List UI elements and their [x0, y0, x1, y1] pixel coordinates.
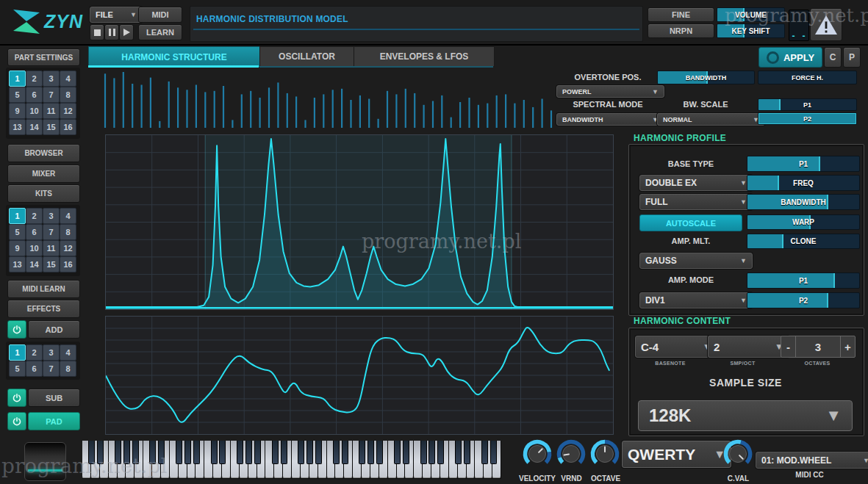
effects-button[interactable]: EFFECTS — [7, 300, 80, 318]
piano-key-black[interactable] — [298, 441, 304, 464]
grid-cell-7[interactable]: 7 — [43, 224, 60, 240]
sample-size-select[interactable]: 128K ▼ — [638, 400, 853, 431]
grid-cell-11[interactable]: 11 — [43, 240, 60, 256]
pad-enable-toggle[interactable] — [7, 412, 26, 430]
grid-cell-1[interactable]: 1 — [9, 344, 26, 361]
harmonic-profile-chart[interactable] — [105, 134, 614, 310]
smp-oct-select[interactable]: 2▼ — [708, 336, 789, 358]
piano-key-black[interactable] — [132, 441, 139, 464]
bw-scale-select[interactable]: NORMAL▼ — [657, 113, 765, 126]
tab-envelopes-lfos[interactable]: ENVELOPES & LFOS — [354, 46, 495, 67]
piano-key-black[interactable] — [149, 441, 156, 464]
part-settings-button[interactable]: PART SETTINGS — [7, 48, 80, 66]
autoscale-button[interactable]: AUTOSCALE — [639, 214, 742, 231]
volume-slider[interactable]: VOLUME — [717, 7, 785, 22]
piano-key-black[interactable] — [367, 441, 374, 464]
piano-key-black[interactable] — [272, 441, 279, 464]
grid-cell-12[interactable]: 12 — [60, 240, 76, 256]
copy-button[interactable]: C — [824, 47, 842, 68]
grid-cell-16[interactable]: 16 — [60, 256, 76, 272]
grid-cell-6[interactable]: 6 — [26, 87, 43, 103]
piano-key-black[interactable] — [281, 441, 287, 464]
grid-cell-4[interactable]: 4 — [60, 71, 76, 87]
octaves-plus-button[interactable]: + — [840, 336, 855, 357]
piano-key-black[interactable] — [237, 441, 243, 464]
grid-cell-5[interactable]: 5 — [9, 361, 26, 377]
fine-button[interactable]: FINE — [648, 7, 714, 22]
amp-p2-slider[interactable]: P2 — [747, 292, 860, 308]
grid-cell-9[interactable]: 9 — [9, 240, 26, 256]
midi-cc-select[interactable]: 01: MOD.WHEEL▼ — [756, 452, 868, 469]
grid-cell-5[interactable]: 5 — [9, 224, 26, 240]
overtone-p1-slider[interactable]: P1 — [758, 98, 857, 111]
grid-cell-6[interactable]: 6 — [26, 224, 43, 240]
grid-cell-13[interactable]: 13 — [9, 119, 26, 135]
grid-cell-8[interactable]: 8 — [60, 361, 76, 377]
overtone-p2-slider[interactable]: P2 — [758, 112, 857, 125]
amp-multiplier-select[interactable]: GAUSS▼ — [639, 253, 753, 269]
spectral-mode-select[interactable]: BANDWIDTH▼ — [556, 113, 664, 126]
grid-cell-9[interactable]: 9 — [9, 103, 26, 119]
grid-cell-12[interactable]: 12 — [60, 103, 76, 119]
key-shift-slider[interactable]: KEY SHIFT — [717, 24, 785, 38]
piano-key-black[interactable] — [254, 441, 261, 464]
piano-key-black[interactable] — [219, 441, 226, 464]
piano-key-black[interactable] — [115, 441, 121, 464]
grid-cell-8[interactable]: 8 — [60, 224, 76, 240]
piano-key-black[interactable] — [193, 441, 200, 464]
piano-key-black[interactable] — [176, 441, 182, 464]
cval-knob[interactable] — [722, 438, 754, 470]
qwerty-select[interactable]: QWERTY▼ — [622, 441, 731, 468]
grid-cell-7[interactable]: 7 — [43, 361, 60, 377]
grid-cell-15[interactable]: 15 — [43, 256, 60, 272]
grid-cell-15[interactable]: 15 — [43, 119, 60, 135]
piano-key-black[interactable] — [211, 441, 218, 464]
grid-cell-7[interactable]: 7 — [43, 87, 60, 103]
amp-p1-slider[interactable]: P1 — [747, 272, 860, 289]
piano-key-black[interactable] — [464, 441, 470, 464]
add-button[interactable]: ADD — [28, 320, 80, 339]
pitch-wheel[interactable] — [24, 442, 66, 481]
piano-key-black[interactable] — [158, 441, 165, 464]
piano-key-black[interactable] — [333, 441, 340, 464]
profile-bandwidth-slider[interactable]: BANDWIDTH — [747, 194, 860, 210]
learn-button[interactable]: LEARN — [138, 24, 182, 40]
octaves-minus-button[interactable]: - — [781, 336, 796, 357]
grid-cell-3[interactable]: 3 — [43, 208, 60, 224]
grid-cell-3[interactable]: 3 — [43, 344, 60, 361]
piano-key-black[interactable] — [376, 441, 383, 464]
grid-cell-14[interactable]: 14 — [26, 119, 43, 135]
grid-cell-3[interactable]: 3 — [43, 71, 60, 87]
play-button[interactable] — [119, 24, 134, 40]
harmonic-bars-chart[interactable] — [103, 70, 555, 129]
grid-cell-11[interactable]: 11 — [43, 103, 60, 119]
grid-cell-1[interactable]: 1 — [9, 71, 26, 87]
piano-key-black[interactable] — [481, 441, 488, 464]
force-h-slider[interactable]: FORCE H. — [758, 71, 857, 84]
stop-button[interactable] — [90, 24, 104, 40]
piano-key-black[interactable] — [428, 441, 435, 464]
piano-key-black[interactable] — [184, 441, 191, 464]
grid-cell-4[interactable]: 4 — [60, 208, 76, 224]
apply-button[interactable]: APPLY — [758, 47, 822, 68]
tab-oscillator[interactable]: OSCILLATOR — [259, 46, 354, 67]
tab-harmonic-structure[interactable]: HARMONIC STRUCTURE — [88, 46, 260, 67]
grid-cell-10[interactable]: 10 — [26, 240, 43, 256]
mixer-button[interactable]: MIXER — [7, 165, 80, 183]
piano-key-black[interactable] — [394, 441, 401, 464]
overtone-position-select[interactable]: POWERL▼ — [556, 85, 664, 98]
amp-mode-select[interactable]: DIV1▼ — [639, 292, 753, 308]
sample-waveform-chart[interactable] — [105, 316, 614, 435]
grid-cell-1[interactable]: 1 — [9, 208, 26, 224]
grid-cell-6[interactable]: 6 — [26, 361, 43, 377]
midi-button[interactable]: MIDI — [138, 7, 182, 23]
grid-cell-10[interactable]: 10 — [26, 103, 43, 119]
piano-keyboard[interactable] — [82, 441, 501, 479]
sub-button[interactable]: SUB — [28, 389, 80, 407]
profile-p1-slider[interactable]: P1 — [747, 156, 860, 172]
basenote-select[interactable]: C-4▼ — [635, 336, 717, 358]
browser-button[interactable]: BROWSER — [7, 144, 80, 162]
piano-key-black[interactable] — [359, 441, 365, 464]
file-menu[interactable]: FILE▼ — [90, 7, 143, 23]
piano-key-black[interactable] — [403, 441, 409, 464]
